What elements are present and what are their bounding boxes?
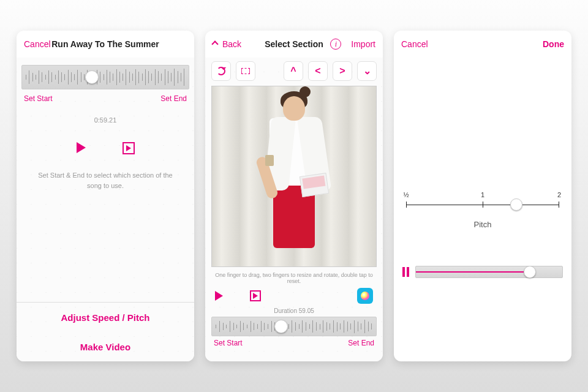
header: Cancel Run Away To The Summer [17,31,194,58]
info-icon[interactable]: i [330,39,341,50]
cancel-button[interactable]: Cancel [401,39,428,49]
pitch-scale[interactable]: ½ 1 2 Pitch [406,205,559,229]
caret-right-icon: > [339,66,345,76]
waveform [212,317,376,336]
crop-button[interactable] [236,61,255,81]
waveform-slider[interactable] [211,317,377,336]
nudge-down-button[interactable]: ⌄ [357,61,377,81]
back-button[interactable]: Back [213,39,241,49]
progress-track[interactable] [415,266,563,278]
body: ½ 1 2 Pitch [394,58,571,361]
body: Set Start Set End 0:59.21 Set Start & En… [17,58,194,361]
preview-button[interactable] [123,142,135,154]
scrubber-knob[interactable] [274,320,288,333]
set-start-button[interactable]: Set Start [24,94,53,103]
adjust-speed-pitch-button[interactable]: Adjust Speed / Pitch [17,303,194,332]
done-button[interactable]: Done [543,39,564,49]
cancel-button[interactable]: Cancel [24,39,51,49]
tick-half-label: ½ [403,191,409,198]
pitch-label: Pitch [406,220,559,229]
pitch-screen: Cancel Done ½ 1 2 Pitch [394,31,571,361]
gesture-hint: One finger to drag, two fingers to resiz… [205,270,383,285]
instruction-text: Set Start & End to select which section … [17,154,194,190]
nudge-right-button[interactable]: > [333,61,352,81]
preview-button[interactable] [250,290,261,301]
chevron-left-icon [211,40,218,47]
scrubber-knob[interactable] [85,70,99,84]
scale-track [406,205,559,205]
duration-label: Duration 59.05 [205,307,383,314]
redo-icon [217,67,225,75]
header: Back Select Section i Import [205,31,383,58]
color-wheel-icon [361,292,369,300]
current-time: 0:59.21 [17,116,194,124]
set-end-button[interactable]: Set End [160,94,187,103]
preview-canvas[interactable] [211,86,377,267]
progress-knob[interactable] [524,266,536,278]
make-video-button[interactable]: Make Video [17,332,194,361]
photo-subject [248,86,340,266]
back-label: Back [222,39,241,49]
header: Cancel Done [394,31,571,58]
caret-left-icon: < [315,66,320,76]
waveform-slider[interactable] [21,65,189,89]
import-button[interactable]: Import [351,39,375,49]
waveform [22,66,189,89]
toolbar: ^ < > ⌄ [205,58,383,83]
audio-trim-screen: Cancel Run Away To The Summer Set Start … [17,31,194,361]
crop-icon [241,68,250,74]
effects-button[interactable] [357,288,373,304]
set-end-button[interactable]: Set End [348,339,374,347]
redo-button[interactable] [211,61,231,81]
set-start-button[interactable]: Set Start [214,339,243,347]
tick-one-label: 1 [481,191,484,198]
nudge-left-button[interactable]: < [308,61,328,81]
nudge-up-button[interactable]: ^ [284,61,303,81]
tick-two-label: 2 [557,191,561,198]
pause-button[interactable] [402,267,409,277]
play-button[interactable] [215,291,223,301]
caret-up-icon: ^ [290,66,296,76]
select-section-screen: Back Select Section i Import ^ < > ⌄ [205,31,383,361]
body: ^ < > ⌄ One finger to drag, two fingers … [205,58,383,361]
progress-fill [416,271,530,273]
playback-bar [402,266,563,278]
caret-down-icon: ⌄ [363,66,371,76]
play-button[interactable] [77,142,86,153]
pitch-knob[interactable] [510,198,522,211]
